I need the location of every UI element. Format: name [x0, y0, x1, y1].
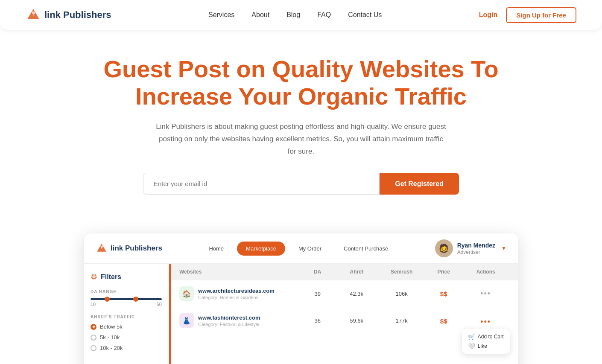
site-details-2: www.fashionterest.com Category: Fashion …: [198, 314, 260, 327]
nav-blog[interactable]: Blog: [286, 11, 300, 19]
like-button[interactable]: 🤍 Like: [468, 343, 504, 349]
dash-user: 🧔 Ryan Mendez Advertiser ▼: [435, 239, 506, 257]
navbar: link Publishers Services About Blog FAQ …: [0, 0, 602, 30]
dash-logo-text: link Publishers: [111, 244, 162, 253]
site-icon-1: 🏠: [179, 286, 194, 301]
user-info: Ryan Mendez Advertiser: [457, 242, 495, 256]
site-info-1: 🏠 www.architecturesideas.com Category: H…: [179, 286, 299, 301]
site-icon-2: 👗: [179, 313, 194, 328]
dash-nav-content-purchase[interactable]: Content Purchase: [335, 242, 397, 256]
radio-dot-3: [91, 345, 96, 351]
get-registered-button[interactable]: Get Registered: [380, 173, 459, 195]
col-websites: Websites: [179, 269, 299, 275]
table-row: 💓 www.healthclubfinder.org Category: Hea…: [171, 360, 518, 364]
dashboard-preview: link Publishers Home Marketplace My Orde…: [0, 212, 602, 364]
nav-links: Services About Blog FAQ Contact Us: [208, 11, 382, 19]
logo[interactable]: link Publishers: [26, 7, 111, 23]
dash-nav-home[interactable]: Home: [200, 242, 233, 256]
add-to-cart-button[interactable]: 🛒 Add to Cart: [468, 333, 504, 340]
ahref-1: 42.3k: [336, 291, 378, 297]
add-to-cart-label: Add to Cart: [478, 334, 504, 340]
logo-icon: [26, 7, 41, 23]
nav-faq[interactable]: FAQ: [317, 11, 331, 19]
user-name: Ryan Mendez: [457, 242, 495, 249]
dash-logo-icon: [96, 242, 108, 254]
filter-icon: ⚙: [91, 272, 97, 282]
site-info-2: 👗 www.fashionterest.com Category: Fashio…: [179, 313, 299, 328]
login-button[interactable]: Login: [479, 11, 498, 19]
radio-5k-10k[interactable]: 5k - 10k: [91, 334, 162, 341]
site-cat-2: Category: Fashion & Lifestyle: [198, 322, 260, 327]
price-1: $$: [426, 290, 462, 297]
avatar: 🧔: [435, 239, 453, 257]
col-semrush: Semrush: [377, 269, 426, 275]
site-cat-1: Category: Homes & Gardens: [198, 295, 275, 300]
filters-label: Filters: [101, 273, 121, 281]
dash-nav-marketplace[interactable]: Marketplace: [237, 242, 285, 256]
like-label: Like: [478, 343, 487, 349]
dash-logo: link Publishers: [96, 242, 162, 254]
nav-right: Login Sign Up for Free: [479, 7, 576, 23]
site-details-1: www.architecturesideas.com Category: Hom…: [198, 288, 275, 300]
radio-label-1: Below 5k: [100, 323, 123, 330]
headline-line2-plain: Increase Your: [135, 83, 298, 110]
da-range-bar[interactable]: [91, 298, 162, 300]
email-input[interactable]: [143, 173, 380, 195]
range-thumb-right: [133, 297, 138, 302]
filters-header: ⚙ Filters: [91, 272, 162, 282]
heart-icon: 🤍: [468, 343, 475, 349]
ahref-label: AHREF'S TRAFFIC: [91, 314, 162, 319]
dash-table: Websites DA Ahref Semrush Price Actions …: [171, 264, 518, 364]
col-actions: Actions: [462, 269, 510, 275]
site-name-2: www.fashionterest.com: [198, 314, 260, 321]
signup-button[interactable]: Sign Up for Free: [506, 7, 576, 23]
hero-description: Link Publishers is about making guest po…: [156, 121, 446, 158]
da-min: 10: [91, 302, 96, 307]
more-options-1[interactable]: •••: [480, 289, 491, 298]
ahref-2: 59.6k: [336, 313, 378, 324]
radio-label-3: 10k - 20k: [100, 345, 123, 351]
radio-dot-2: [91, 335, 96, 341]
dashboard-container: link Publishers Home Marketplace My Orde…: [83, 233, 519, 364]
semrush-2: 177k: [377, 313, 426, 324]
chevron-down-icon[interactable]: ▼: [501, 245, 506, 251]
hero-section: Guest Post on Quality Websites To Increa…: [0, 30, 602, 212]
site-name-1: www.architecturesideas.com: [198, 288, 275, 294]
semrush-1: 106k: [377, 291, 426, 297]
dash-nav-links: Home Marketplace My Order Content Purcha…: [200, 242, 397, 256]
table-row: 🏠 www.architecturesideas.com Category: H…: [171, 280, 518, 307]
dash-navbar: link Publishers Home Marketplace My Orde…: [84, 233, 518, 264]
da-range-section: DA RANGE 10 50: [91, 289, 162, 307]
dash-sidebar: ⚙ Filters DA RANGE 10 50 AHREF'S TRAFF: [84, 264, 169, 364]
radio-dot-1: [91, 324, 96, 330]
radio-below-5k[interactable]: Below 5k: [91, 323, 162, 330]
col-ahref: Ahref: [336, 269, 378, 275]
da-range-labels: 10 50: [91, 302, 162, 307]
logo-text: link Publishers: [44, 9, 111, 20]
more-options-2[interactable]: •••: [480, 317, 491, 326]
hero-form: Get Registered: [143, 173, 459, 195]
table-header: Websites DA Ahref Semrush Price Actions: [171, 264, 518, 280]
radio-label-2: 5k - 10k: [100, 334, 120, 341]
da-1: 39: [299, 291, 335, 297]
dash-nav-myorder[interactable]: My Order: [289, 242, 330, 256]
radio-10k-20k[interactable]: 10k - 20k: [91, 345, 162, 351]
table-row: 👗 www.fashionterest.com Category: Fashio…: [171, 307, 518, 360]
nav-about[interactable]: About: [251, 11, 269, 19]
col-price: Price: [426, 269, 462, 275]
price-2: $$: [426, 313, 462, 325]
headline-line1: Guest Post on Quality Websites To: [103, 55, 498, 82]
user-role: Advertiser: [457, 249, 495, 256]
cart-icon: 🛒: [468, 333, 475, 340]
action-popup: 🛒 Add to Cart 🤍 Like: [462, 329, 510, 354]
hero-headline: Guest Post on Quality Websites To Increa…: [9, 55, 593, 111]
da-range-label: DA RANGE: [91, 289, 162, 294]
da-max: 50: [157, 302, 162, 307]
nav-services[interactable]: Services: [208, 11, 234, 19]
actions-2: ••• 🛒 Add to Cart 🤍 Like: [462, 313, 510, 354]
headline-accent: Organic Traffic: [298, 83, 467, 110]
col-da: DA: [299, 269, 335, 275]
nav-contact[interactable]: Contact Us: [348, 11, 382, 19]
ahref-section: AHREF'S TRAFFIC Below 5k 5k - 10k 10k - …: [91, 314, 162, 351]
da-2: 36: [299, 313, 335, 324]
